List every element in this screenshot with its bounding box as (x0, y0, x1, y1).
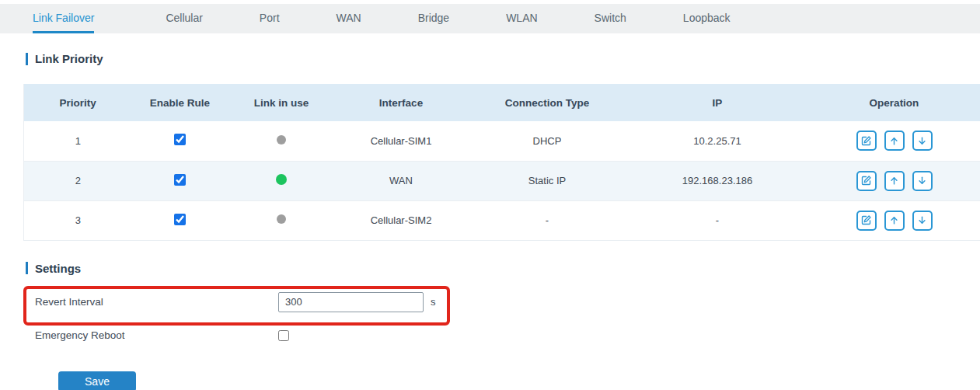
column-header-link-in-use: Link in use (228, 84, 335, 121)
tab-wlan[interactable]: WLAN (506, 4, 537, 33)
interface-cell: WAN (335, 161, 468, 200)
table-header-row: Priority Enable Rule Link in use Interfa… (24, 84, 980, 121)
move-down-icon[interactable] (912, 131, 933, 151)
revert-interval-label: Revert Interval (35, 296, 278, 308)
move-up-icon[interactable] (884, 171, 905, 191)
tab-loopback[interactable]: Loopback (683, 4, 731, 33)
section-title-bar (26, 262, 28, 274)
column-header-connection-type: Connection Type (468, 84, 627, 121)
revert-interval-row: Revert Interval s (23, 291, 980, 314)
save-button[interactable]: Save (58, 371, 136, 390)
priority-cell: 1 (24, 121, 132, 161)
column-header-operation: Operation (808, 84, 980, 121)
ip-cell: - (627, 200, 808, 240)
enable-rule-checkbox[interactable] (174, 134, 186, 145)
priority-cell: 3 (24, 200, 132, 240)
connection-type-cell: DHCP (468, 121, 627, 161)
interface-cell: Cellular-SIM1 (335, 121, 468, 161)
connection-type-cell: - (468, 200, 627, 240)
edit-icon[interactable] (856, 171, 877, 191)
column-header-enable-rule: Enable Rule (132, 84, 228, 121)
priority-cell: 2 (24, 161, 132, 200)
revert-interval-input[interactable] (278, 292, 424, 312)
move-up-icon[interactable] (884, 131, 905, 151)
edit-icon[interactable] (856, 131, 877, 151)
section-title-bar (26, 53, 28, 65)
revert-interval-unit: s (431, 296, 436, 308)
edit-icon[interactable] (856, 211, 877, 231)
tab-port[interactable]: Port (260, 4, 280, 33)
settings-section-title: Settings (26, 262, 980, 275)
table-row: 3 Cellular-SIM2 - - (24, 200, 980, 240)
tab-bridge[interactable]: Bridge (418, 4, 449, 33)
emergency-reboot-label: Emergency Reboot (35, 329, 278, 341)
settings-title-text: Settings (35, 262, 81, 275)
operation-buttons (808, 211, 980, 231)
tab-wan[interactable]: WAN (337, 4, 361, 33)
move-down-icon[interactable] (912, 211, 933, 231)
link-priority-section-title: Link Priority (26, 52, 980, 65)
link-status-dot (276, 174, 287, 185)
table-row: 2 WAN Static IP 192.168.23.186 (24, 161, 980, 200)
column-header-ip: IP (627, 84, 808, 121)
emergency-reboot-row: Emergency Reboot (23, 324, 980, 347)
settings-section: Settings Revert Interval s Emergency Reb… (23, 262, 980, 390)
operation-buttons (808, 171, 980, 191)
tab-bar: Link Failover Cellular Port WAN Bridge W… (0, 4, 980, 33)
move-down-icon[interactable] (912, 171, 933, 191)
enable-rule-checkbox[interactable] (174, 174, 186, 186)
tab-link-failover[interactable]: Link Failover (33, 4, 94, 33)
tab-cellular[interactable]: Cellular (166, 4, 202, 33)
column-header-priority: Priority (24, 84, 132, 121)
tab-switch[interactable]: Switch (595, 4, 626, 33)
enable-rule-checkbox[interactable] (174, 214, 186, 225)
link-status-dot (277, 135, 286, 145)
column-header-interface: Interface (335, 84, 468, 121)
ip-cell: 10.2.25.71 (627, 121, 808, 161)
link-priority-title-text: Link Priority (35, 52, 103, 65)
connection-type-cell: Static IP (468, 161, 627, 200)
emergency-reboot-checkbox[interactable] (278, 330, 289, 341)
operation-buttons (808, 131, 980, 151)
link-status-dot (277, 214, 286, 224)
ip-cell: 192.168.23.186 (627, 161, 808, 200)
link-priority-table: Priority Enable Rule Link in use Interfa… (23, 84, 980, 241)
move-up-icon[interactable] (884, 211, 905, 231)
table-row: 1 Cellular-SIM1 DHCP 10.2.25.71 (24, 121, 980, 161)
interface-cell: Cellular-SIM2 (335, 200, 468, 240)
